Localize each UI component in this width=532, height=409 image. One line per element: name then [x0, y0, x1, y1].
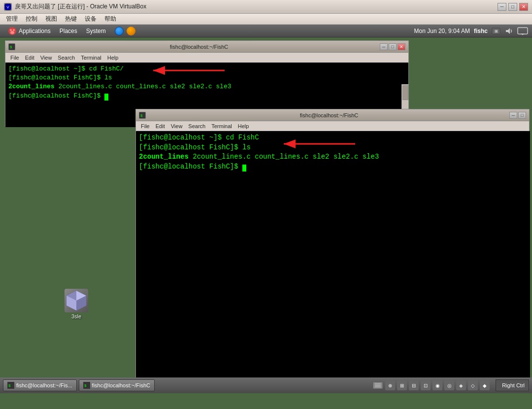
term1-line2: [fishc@localhost FishC]$ ls	[8, 73, 399, 82]
right-ctrl-label: Right Ctrl	[502, 382, 525, 388]
svg-point-4	[13, 29, 15, 31]
svg-rect-9	[518, 28, 528, 34]
term2-line1: [fishc@localhost ~]$ cd FishC	[139, 133, 527, 143]
vbox-menu-view[interactable]: 视图	[41, 14, 61, 24]
applications-menu[interactable]: Applications	[4, 26, 55, 36]
term2-view[interactable]: View	[168, 123, 186, 130]
tray-item-1: ⊕	[385, 380, 395, 390]
terminal-2-titlebar[interactable]: $ fishc@localhost:~/FishC ─ □	[136, 109, 529, 121]
gnome-app-menu: Applications Places System	[4, 26, 135, 36]
terminal-1-title: fishc@localhost:~/FishC	[18, 44, 380, 50]
term1-view[interactable]: View	[37, 54, 55, 61]
term1-help[interactable]: Help	[104, 54, 122, 61]
terminal-2-title: fishc@localhost:~/FishC	[149, 112, 509, 118]
svg-text:V: V	[6, 5, 9, 9]
vbox-close-button[interactable]: ✕	[519, 3, 528, 11]
svg-text:⊞: ⊞	[495, 29, 498, 34]
tray-item-4: ⊡	[421, 380, 431, 390]
3sle-icon-image	[65, 289, 88, 312]
vbox-window-controls: ─ □ ✕	[498, 3, 528, 11]
terminal-2-minimize[interactable]: ─	[509, 112, 517, 119]
vbox-restore-button[interactable]: □	[508, 3, 517, 11]
term2-terminal[interactable]: Terminal	[208, 123, 235, 130]
term2-line2: [fishc@localhost FishC]$ ls	[139, 143, 527, 153]
term2-help[interactable]: Help	[235, 123, 252, 130]
term1-line3: 2count_lines 2count_lines.c count_lines.…	[8, 82, 399, 91]
terminal-1-titlebar[interactable]: $ fishc@localhost:~/FishC ─ □ ✕	[5, 41, 408, 53]
term1-terminal[interactable]: Terminal	[78, 54, 104, 61]
tray-item-2: ⊞	[397, 380, 407, 390]
term2-line3: 2count_lines 2count_lines.c count_lines.…	[139, 152, 527, 162]
terminal-window-2[interactable]: $ fishc@localhost:~/FishC ─ □ File Edit …	[135, 109, 530, 385]
places-menu[interactable]: Places	[56, 27, 81, 35]
taskbar-label-2: fishc@localhost:~/FishC	[92, 382, 150, 388]
tray-item-5: ◉	[432, 380, 442, 390]
globe-icon	[115, 27, 124, 35]
gnome-top-right: Mon Jun 20, 9:04 AM fishc ⊞	[414, 27, 528, 35]
foot-icon	[127, 27, 135, 35]
vbox-menu-hotkey[interactable]: 热键	[61, 14, 81, 24]
svg-text:$: $	[10, 45, 12, 49]
term1-file[interactable]: File	[7, 54, 22, 61]
svg-text:$: $	[84, 383, 87, 388]
vbox-menu-help[interactable]: 帮助	[100, 14, 120, 24]
vbox-minimize-button[interactable]: ─	[498, 3, 506, 11]
clock-display: Mon Jun 20, 9:04 AM	[414, 28, 470, 34]
terminal-2-body: [fishc@localhost ~]$ cd FishC [fishc@loc…	[136, 131, 530, 385]
volume-tray-icon[interactable]	[504, 27, 513, 35]
right-ctrl-button[interactable]: Right Ctrl	[496, 379, 529, 391]
terminal-2-icon: $	[139, 112, 146, 119]
taskbar-item-1[interactable]: $ fishc@localhost:~/Fis...	[3, 379, 77, 391]
tray-item-9: ◆	[480, 380, 490, 390]
terminal-1-controls: ─ □ ✕	[380, 43, 405, 50]
taskbar-icon-1: $	[7, 382, 14, 389]
term1-edit[interactable]: Edit	[22, 54, 37, 61]
tray-item-6: ◎	[444, 380, 454, 390]
term2-search[interactable]: Search	[185, 123, 208, 130]
tray-item-3: ⊟	[409, 380, 419, 390]
terminal-2-restore[interactable]: □	[518, 112, 526, 119]
terminal-2-controls: ─ □	[509, 112, 526, 119]
system-menu[interactable]: System	[82, 27, 110, 35]
taskbar-item-2[interactable]: $ fishc@localhost:~/FishC	[79, 379, 155, 391]
terminal-1-restore[interactable]: □	[389, 43, 397, 50]
network-tray-icon: ⊞	[492, 27, 500, 35]
term1-search[interactable]: Search	[55, 54, 78, 61]
gnome-bottom-panel: $ fishc@localhost:~/Fis... $ fishc@local…	[0, 377, 532, 393]
terminal-1-icon: $	[8, 43, 15, 50]
terminal-1-scroll-thumb[interactable]	[402, 85, 408, 100]
username-display: fishc	[474, 28, 488, 34]
gnome-foot-icon	[8, 27, 17, 35]
3sle-icon-label: 3sle	[71, 313, 81, 319]
gnome-top-panel: Applications Places System Mon Jun 20, 9…	[0, 25, 532, 37]
terminal-1-menubar: File Edit View Search Terminal Help	[5, 53, 408, 63]
vbox-menubar: 管理 控制 视图 热键 设备 帮助	[0, 14, 532, 25]
term2-line4: [fishc@localhost FishC]$	[139, 162, 527, 172]
term1-line1: [fishc@localhost ~]$ cd FishC/	[8, 65, 399, 73]
svg-marker-8	[506, 28, 510, 34]
taskbar-icon-2: $	[83, 382, 90, 389]
term2-edit[interactable]: Edit	[153, 123, 168, 130]
svg-text:$: $	[8, 383, 11, 388]
gnome-bottom-tray: ⊕ ⊞ ⊟ ⊡ ◉ ◎ ◈ ◇ ◆ Right Ctrl	[372, 379, 529, 391]
tray-item-8: ◇	[468, 380, 478, 390]
terminal-1-minimize[interactable]: ─	[380, 43, 388, 50]
vbox-title: 戾哥又出问题了 [正在运行] - Oracle VM VirtualBox	[15, 2, 498, 11]
vbox-menu-control[interactable]: 控制	[22, 14, 41, 24]
tray-icon-files	[372, 380, 383, 390]
svg-point-3	[10, 29, 12, 31]
vbox-menu-manage[interactable]: 管理	[2, 14, 22, 24]
display-tray-icon	[517, 27, 528, 35]
taskbar-label-1: fishc@localhost:~/Fis...	[16, 382, 72, 388]
vbox-titlebar: V 戾哥又出问题了 [正在运行] - Oracle VM VirtualBox …	[0, 0, 532, 14]
terminal-1-close[interactable]: ✕	[398, 43, 405, 50]
tray-item-7: ◈	[456, 380, 466, 390]
vbox-menu-device[interactable]: 设备	[81, 14, 100, 24]
desktop-icon-3sle[interactable]: 3sle	[57, 289, 96, 319]
vbox-app-icon: V	[4, 3, 12, 11]
term2-file[interactable]: File	[138, 123, 153, 130]
svg-text:$: $	[140, 113, 143, 118]
terminal-2-menubar: File Edit View Search Terminal Help	[136, 121, 529, 131]
term1-line4: [fishc@localhost FishC]$	[8, 92, 399, 101]
desktop: $ fishc@localhost:~/FishC ─ □ ✕ File Edi…	[0, 37, 532, 393]
